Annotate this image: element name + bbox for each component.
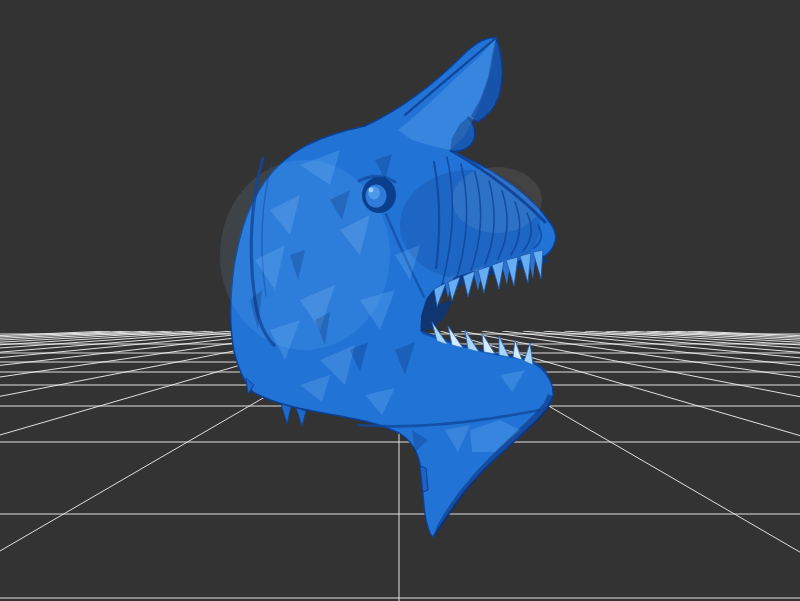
shark-model[interactable]: [220, 38, 556, 537]
dorsal-fin-face: [398, 38, 496, 150]
viewport-3d[interactable]: [0, 0, 800, 601]
eye-glint: [369, 188, 374, 193]
snout-sheen: [452, 167, 542, 233]
scene-canvas[interactable]: [0, 0, 800, 601]
